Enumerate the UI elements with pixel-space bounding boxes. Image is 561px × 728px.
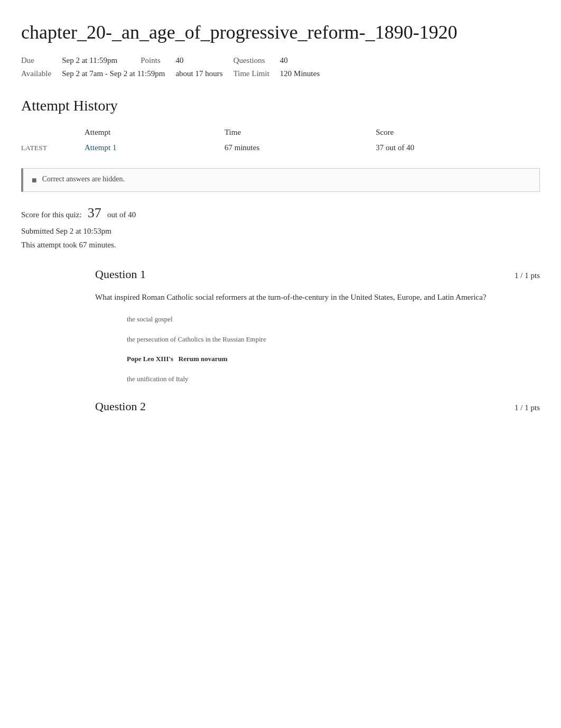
question-1-pts: 1 / 1 pts xyxy=(515,271,540,280)
attempt-time: 67 minutes xyxy=(225,140,376,155)
score-label: Score for this quiz: xyxy=(21,210,82,219)
question-1-answers: the social gospel the persecution of Cat… xyxy=(21,314,540,384)
info-box: ■ Correct answers are hidden. xyxy=(21,168,540,192)
col-score-header: Score xyxy=(376,125,540,140)
time-limit-label: Time Limit xyxy=(233,68,269,79)
col-attempt-header: Attempt xyxy=(85,125,225,140)
attempt-1-link[interactable]: Attempt 1 xyxy=(85,143,116,152)
question-1-block: Question 1 1 / 1 pts What inspired Roman… xyxy=(21,268,540,384)
question-2-header: Question 2 1 / 1 pts xyxy=(21,400,540,413)
question-1-header: Question 1 1 / 1 pts xyxy=(21,268,540,281)
info-icon: ■ xyxy=(32,176,37,185)
attempt-time-line: This attempt took 67 minutes. xyxy=(21,238,540,252)
question-2-block: Question 2 1 / 1 pts xyxy=(21,400,540,413)
question-2-title: Question 2 xyxy=(95,400,146,413)
available-label: Available xyxy=(21,68,51,79)
due-label: Due xyxy=(21,55,51,66)
attempt-history-title: Attempt History xyxy=(21,97,540,114)
question-2-pts: 1 / 1 pts xyxy=(515,403,540,412)
score-summary: Score for this quiz: 37 out of 40 Submit… xyxy=(21,201,540,252)
attempt-label: LATEST xyxy=(21,140,85,155)
answer-1-1: the social gospel xyxy=(127,314,540,325)
score-value: 37 xyxy=(88,205,101,220)
submitted-line: Submitted Sep 2 at 10:53pm xyxy=(21,225,540,238)
due-value: Sep 2 at 11:59pm xyxy=(62,55,130,66)
meta-info-table: Due Sep 2 at 11:59pm Points 40 Questions… xyxy=(11,53,330,81)
questions-value: 40 xyxy=(280,55,320,66)
question-1-text: What inspired Roman Catholic social refo… xyxy=(21,291,540,303)
availability-duration: about 17 hours xyxy=(175,68,222,79)
col-time-header: Time xyxy=(225,125,376,140)
score-suffix: out of 40 xyxy=(107,210,136,219)
score-line: Score for this quiz: 37 out of 40 xyxy=(21,201,540,225)
attempt-history-table: Attempt Time Score LATEST Attempt 1 67 m… xyxy=(21,125,540,155)
attempt-row: LATEST Attempt 1 67 minutes 37 out of 40 xyxy=(21,140,540,155)
attempt-score: 37 out of 40 xyxy=(376,140,540,155)
answer-1-4: the unification of Italy xyxy=(127,374,540,384)
info-message: Correct answers are hidden. xyxy=(42,175,125,183)
answer-1-2: the persecution of Catholics in the Russ… xyxy=(127,334,540,345)
points-value: 40 xyxy=(175,55,222,66)
question-1-title: Question 1 xyxy=(95,268,146,281)
answer-1-3: Pope Leo XIII's Rerum novarum xyxy=(127,354,540,364)
time-limit-value: 120 Minutes xyxy=(280,68,320,79)
col-empty xyxy=(21,125,85,140)
points-label: Points xyxy=(141,55,165,66)
page-title: chapter_20-_an_age_of_progressive_reform… xyxy=(21,21,540,43)
available-value: Sep 2 at 7am - Sep 2 at 11:59pm xyxy=(62,68,165,79)
attempt-link-cell[interactable]: Attempt 1 xyxy=(85,140,225,155)
questions-label: Questions xyxy=(233,55,269,66)
